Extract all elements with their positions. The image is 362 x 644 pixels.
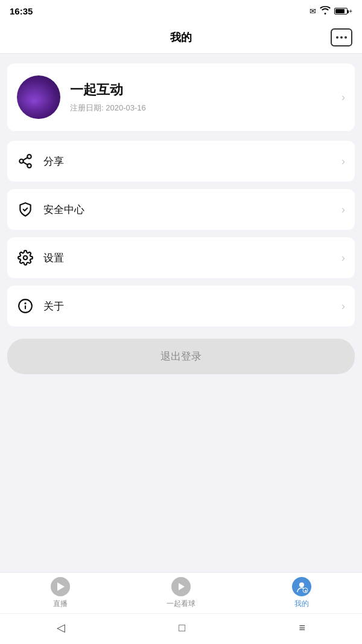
security-label: 安全中心 <box>43 203 332 217</box>
message-icon <box>331 28 352 46</box>
wifi-icon <box>320 6 331 16</box>
shield-icon <box>17 201 34 218</box>
nav-mine-label: 我的 <box>294 599 309 609</box>
profile-register-date: 注册日期: 2020-03-16 <box>70 103 332 113</box>
dot3 <box>345 36 347 39</box>
share-label: 分享 <box>43 155 332 168</box>
menu-item-settings[interactable]: 设置 › <box>7 237 355 278</box>
header: 我的 <box>0 22 362 54</box>
security-chevron: › <box>341 203 345 216</box>
info-icon <box>17 298 34 314</box>
status-time: 16:35 <box>10 6 33 16</box>
svg-point-5 <box>24 256 28 260</box>
svg-line-3 <box>23 162 27 165</box>
svg-text:★: ★ <box>304 589 307 593</box>
logout-button[interactable]: 退出登录 <box>7 339 355 374</box>
nav-item-mine[interactable]: ★ 我的 <box>241 572 362 614</box>
page-title: 我的 <box>170 30 192 45</box>
back-button[interactable]: ◁ <box>57 621 65 634</box>
settings-label: 设置 <box>43 251 332 265</box>
status-icons: ✉ + <box>310 6 352 16</box>
nav-live-label: 直播 <box>53 599 68 609</box>
status-bar: 16:35 ✉ + <box>0 0 362 22</box>
about-label: 关于 <box>43 299 332 313</box>
avatar <box>17 75 60 119</box>
about-chevron: › <box>341 300 345 313</box>
share-chevron: › <box>341 155 345 168</box>
watch-icon <box>171 577 191 596</box>
menu-item-about[interactable]: 关于 › <box>7 285 355 327</box>
live-icon <box>51 577 70 596</box>
menu-item-security[interactable]: 安全中心 › <box>7 189 355 230</box>
svg-line-4 <box>23 158 27 160</box>
gear-icon <box>17 249 34 266</box>
svg-point-9 <box>299 582 304 587</box>
menu-item-share[interactable]: 分享 › <box>7 141 355 182</box>
home-button[interactable]: □ <box>179 622 185 634</box>
profile-info: 一起互动 注册日期: 2020-03-16 <box>70 81 332 113</box>
recents-button[interactable]: ≡ <box>299 622 305 634</box>
settings-chevron: › <box>341 252 345 264</box>
nav-item-live[interactable]: 直播 <box>0 572 121 614</box>
menu-list: 分享 › 安全中心 › 设置 › <box>7 141 355 327</box>
dot2 <box>340 36 343 39</box>
dot1 <box>336 36 338 39</box>
profile-card[interactable]: 一起互动 注册日期: 2020-03-16 › <box>7 63 355 131</box>
profile-chevron: › <box>341 91 345 104</box>
battery-icon: + <box>334 8 352 14</box>
bottom-nav: 直播 一起看球 ★ 我的 <box>0 572 362 613</box>
system-nav-bar: ◁ □ ≡ <box>0 613 362 644</box>
message-button[interactable] <box>331 28 352 46</box>
nav-item-watch[interactable]: 一起看球 <box>121 572 241 614</box>
nav-watch-label: 一起看球 <box>167 599 195 609</box>
notification-icon: ✉ <box>310 7 316 16</box>
profile-name: 一起互动 <box>70 81 332 99</box>
mine-icon: ★ <box>292 577 311 596</box>
share-icon <box>17 153 34 170</box>
main-content: 一起互动 注册日期: 2020-03-16 › 分享 › <box>0 54 362 572</box>
